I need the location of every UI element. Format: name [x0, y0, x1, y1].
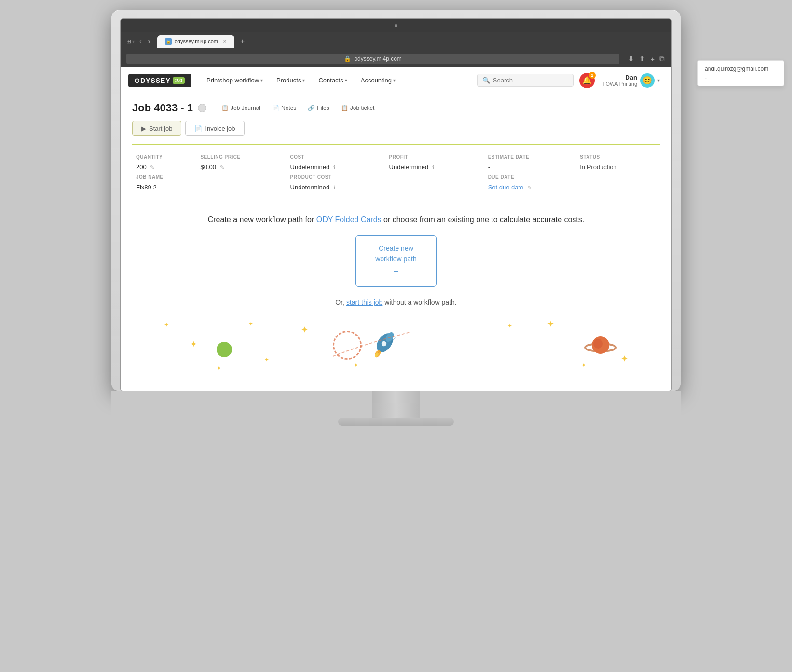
tab-label: odyssey.mi4p.com [175, 39, 218, 44]
product-link[interactable]: ODY Folded Cards [316, 215, 382, 224]
edit-price-icon[interactable]: ✎ [220, 164, 224, 170]
cell-selling-price: $0.00 ✎ [196, 161, 286, 173]
nav-contacts[interactable]: Contacts ▾ [313, 73, 353, 88]
duplicate-tab-icon[interactable]: ⧉ [658, 54, 666, 64]
back-button[interactable]: ‹ [138, 36, 143, 47]
cta-section: Create a new workflow path for ODY Folde… [132, 204, 660, 383]
col-header-estimate-date: ESTIMATE DATE [484, 152, 576, 161]
notification-badge: 2 [589, 72, 596, 79]
user-company: TOWA Printing [602, 81, 637, 87]
cell-estimate-date: - [484, 161, 576, 173]
tab-close-icon[interactable]: ✕ [223, 39, 227, 44]
search-bar[interactable]: 🔍 [477, 74, 574, 87]
col-header-due-date: DUE DATE [484, 173, 660, 182]
new-tab-button[interactable]: + [240, 37, 245, 46]
logo-text: ⊙DYSSEY [134, 77, 171, 84]
stand-pole [372, 391, 420, 418]
user-info: Dan TOWA Printing [602, 74, 637, 87]
job-tabs: 📋 Job Journal 📄 Notes 🔗 Files [216, 102, 380, 114]
dropdown-arrow-icon: ▾ [260, 78, 263, 83]
cell-due-date: Set due date ✎ [484, 182, 660, 193]
user-menu[interactable]: Dan TOWA Printing 😊 ▾ [599, 71, 664, 90]
dropdown-arrow-icon: ▾ [393, 78, 396, 83]
job-info-table: QUANTITY SELLING PRICE COST PROFIT ESTIM… [132, 152, 660, 193]
lock-icon: 🔒 [344, 55, 351, 62]
cell-status: In Production [576, 161, 660, 173]
share-icon[interactable]: ⬆ [638, 54, 646, 64]
col-header-product-cost: PRODUCT COST [287, 173, 484, 182]
cell-product-cost: Undetermined ℹ [287, 182, 484, 193]
col-header-cost: COST [287, 152, 385, 161]
star-icon: ✦ [354, 362, 358, 369]
dropdown-arrow-icon: ▾ [302, 78, 305, 83]
monitor-stand [111, 391, 681, 445]
notification-button[interactable]: 🔔 2 [579, 73, 595, 88]
set-due-date-button[interactable]: Set due date [488, 184, 524, 191]
start-this-job-link[interactable]: start this job [346, 298, 382, 306]
logo-version: 2.0 [173, 77, 185, 84]
cell-profit: Undetermined ℹ [385, 161, 484, 173]
plus-icon: + [393, 267, 399, 278]
nav-accounting[interactable]: Accounting ▾ [355, 73, 401, 88]
start-icon: ▶ [141, 125, 146, 132]
green-planet [217, 342, 232, 357]
download-icon[interactable]: ⬇ [627, 54, 635, 64]
section-divider [132, 144, 660, 145]
star-icon: ✦ [164, 322, 169, 328]
url-text: odyssey.mi4p.com [354, 55, 401, 62]
tab-job-ticket[interactable]: 📋 Job ticket [336, 102, 380, 114]
user-dropdown-arrow-icon: ▾ [657, 78, 660, 83]
star-icon: ✦ [301, 324, 308, 335]
cell-quantity: 200 ✎ [132, 161, 196, 173]
saturn-planet [584, 333, 617, 359]
svg-point-9 [593, 339, 603, 349]
start-job-button[interactable]: ▶ Start job [132, 121, 181, 136]
notes-icon: 📄 [272, 105, 279, 111]
star-icon: ✦ [581, 362, 586, 369]
create-workflow-path-button[interactable]: Create new workflow path + [355, 235, 437, 287]
tab-job-journal[interactable]: 📋 Job Journal [216, 102, 266, 114]
rocket-icon [365, 327, 398, 363]
edit-quantity-icon[interactable]: ✎ [150, 164, 154, 170]
illustration: ✦ ✦ ✦ ✦ ✦ ✦ ✦ ✦ ✦ ✦ ✦ ✦ [132, 316, 660, 374]
tab-grid-icon[interactable]: ⊞ [126, 38, 131, 45]
nav-products[interactable]: Products ▾ [271, 73, 311, 88]
star-icon: ✦ [547, 319, 554, 329]
logo[interactable]: ⊙DYSSEY 2.0 [128, 74, 191, 87]
profit-info-icon[interactable]: ℹ [432, 164, 434, 170]
job-title: Job 4033 - 1 [132, 102, 193, 114]
search-input[interactable] [493, 77, 568, 84]
cell-cost: Undetermined ℹ [287, 161, 385, 173]
forward-button[interactable]: › [147, 36, 151, 47]
star-icon: ✦ [190, 339, 197, 349]
dropdown-arrow-icon: ▾ [345, 78, 347, 83]
nav-menu: Printshop workflow ▾ Products ▾ Contacts… [201, 73, 477, 88]
star-icon: ✦ [248, 321, 253, 327]
invoice-icon: 📄 [194, 125, 202, 132]
stand-foot [338, 418, 454, 426]
avatar: 😊 [640, 73, 655, 88]
product-cost-info-icon[interactable]: ℹ [333, 185, 335, 190]
cell-job-name: Fix89 2 [132, 182, 287, 193]
tab-files[interactable]: 🔗 Files [302, 102, 334, 114]
star-icon: ✦ [217, 365, 221, 372]
files-icon: 🔗 [308, 105, 315, 111]
tab-notes[interactable]: 📄 Notes [267, 102, 301, 114]
col-header-status: STATUS [576, 152, 660, 161]
add-tab-icon[interactable]: + [649, 54, 655, 64]
job-header: Job 4033 - 1 📋 Job Journal 📄 Notes [132, 102, 660, 114]
col-header-quantity: QUANTITY [132, 152, 196, 161]
star-icon: ✦ [621, 353, 628, 364]
job-status-indicator [198, 104, 206, 112]
invoice-job-button[interactable]: 📄 Invoice job [185, 121, 244, 136]
cost-info-icon[interactable]: ℹ [333, 164, 335, 170]
orbit-circle [333, 331, 362, 360]
edit-due-date-icon[interactable]: ✎ [527, 185, 532, 190]
or-text: Or, start this job without a workflow pa… [132, 298, 660, 306]
svg-point-2 [381, 341, 387, 347]
star-icon: ✦ [507, 323, 512, 329]
user-name: Dan [602, 74, 637, 81]
nav-printshop-workflow[interactable]: Printshop workflow ▾ [201, 73, 269, 88]
cta-text: Create a new workflow path for ODY Folde… [132, 214, 660, 226]
col-header-selling-price: SELLING PRICE [196, 152, 286, 161]
